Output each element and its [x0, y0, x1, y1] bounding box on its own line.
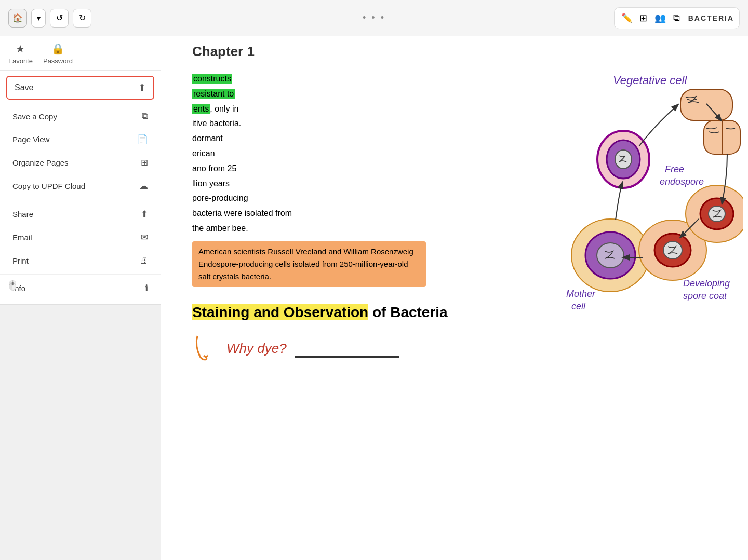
- page-view-label: Page View: [12, 135, 49, 144]
- para-itive: itive bacteria.: [192, 116, 416, 131]
- tab-password[interactable]: 🔒 Password: [43, 43, 73, 70]
- svg-text:spore coat: spore coat: [683, 291, 727, 301]
- top-toolbar: 🏠 ▾ ↺ ↻ • • • ✏️ ⊞ 👥 ⧉ BACTERIA: [0, 0, 748, 36]
- tab-favorite-label: Favorite: [8, 57, 33, 65]
- para-ano: ano from 25: [192, 161, 416, 176]
- cursor-icon: 🖱️: [7, 280, 18, 291]
- highlight-constructs: constructs: [192, 74, 232, 84]
- home-icon: 🏠: [12, 13, 23, 23]
- undo-icon: ↺: [56, 13, 63, 23]
- curly-arrow-icon: [192, 331, 218, 362]
- dropdown-panel: ★ Favorite 🔒 Password Save ⬆ Save a Copy…: [0, 36, 161, 305]
- para-erican: erican: [192, 146, 416, 161]
- redo-icon: ↻: [79, 13, 86, 23]
- three-dots-menu[interactable]: • • •: [363, 12, 385, 23]
- home-button[interactable]: 🏠: [8, 9, 27, 28]
- highlight-resistant: resistant to: [192, 89, 235, 99]
- menu-item-organize-pages[interactable]: Organize Pages ⊞: [0, 151, 161, 174]
- svg-point-10: [615, 150, 632, 169]
- sidebar-bottom-icon[interactable]: 🖱️: [4, 277, 21, 294]
- svg-point-19: [663, 241, 682, 259]
- svg-point-22: [709, 206, 725, 222]
- share-icon: ⬆: [141, 209, 148, 220]
- pages-toolbar-icon[interactable]: ⊞: [636, 11, 651, 25]
- dropdown-tabs: ★ Favorite 🔒 Password: [0, 36, 161, 71]
- share-label: Share: [12, 210, 33, 218]
- page-icon: 📄: [137, 134, 148, 145]
- copy-updf-label: Copy to UPDF Cloud: [12, 182, 85, 190]
- svg-text:Developing: Developing: [683, 278, 730, 289]
- svg-text:Free: Free: [665, 164, 684, 174]
- info-icon: ℹ: [145, 283, 148, 294]
- redo-button[interactable]: ↻: [73, 9, 91, 28]
- menu-item-info[interactable]: Info ℹ: [0, 277, 161, 300]
- tab-password-label: Password: [43, 57, 73, 65]
- lock-icon: 🔒: [51, 43, 64, 55]
- save-copy-label: Save a Copy: [12, 112, 57, 121]
- content-body: constructs resistant to ents, only in it…: [161, 63, 748, 370]
- undo-button[interactable]: ↺: [50, 9, 69, 28]
- save-icon: ⬆: [138, 82, 146, 93]
- para-bacteria-isolated: bacteria were isolated from: [192, 206, 416, 221]
- highlighted-text: American scientists Russell Vreeland and…: [198, 247, 413, 281]
- menu-item-email[interactable]: Email ✉: [0, 226, 161, 249]
- highlight-ents: ents: [192, 104, 210, 114]
- toolbar-left-buttons: 🏠 ▾ ↺ ↻: [8, 9, 91, 28]
- email-icon: ✉: [141, 232, 148, 243]
- svg-rect-11: [680, 89, 732, 120]
- email-label: Email: [12, 233, 32, 242]
- menu-item-share[interactable]: Share ⬆: [0, 202, 161, 226]
- para-constructs: constructs: [192, 72, 416, 87]
- para-dormant: dormant: [192, 131, 416, 146]
- svg-text:Mother: Mother: [566, 289, 596, 299]
- para-amber-bee: the amber bee.: [192, 221, 416, 236]
- menu-item-print[interactable]: Print 🖨: [0, 249, 161, 272]
- organize-pages-label: Organize Pages: [12, 158, 69, 167]
- star-icon: ★: [16, 43, 25, 55]
- copy-icon: ⧉: [142, 111, 148, 121]
- print-label: Print: [12, 256, 29, 265]
- text-block-left: constructs resistant to ents, only in it…: [192, 72, 416, 236]
- copy-toolbar-icon[interactable]: ⧉: [670, 11, 684, 25]
- save-label: Save: [15, 83, 33, 92]
- toolbar-right-group: ✏️ ⊞ 👥 ⧉ BACTERIA: [614, 7, 740, 29]
- underline-bar: [295, 356, 399, 358]
- tab-favorite[interactable]: ★ Favorite: [8, 43, 33, 70]
- para-ents: ents, only in: [192, 102, 416, 117]
- organize-icon: ⊞: [141, 157, 148, 168]
- svg-text:cell: cell: [571, 301, 586, 311]
- main-content: Chapter 1 constructs resistant to ents, …: [161, 36, 748, 560]
- svg-text:Vegetative cell: Vegetative cell: [613, 74, 687, 87]
- pencil-toolbar-icon[interactable]: ✏️: [620, 11, 634, 25]
- svg-text:endospore: endospore: [660, 176, 704, 187]
- para-llion: llion years: [192, 176, 416, 192]
- why-dye-row: Why dye?: [192, 331, 717, 362]
- menu-divider-1: [0, 200, 161, 200]
- para-pore: pore-producing: [192, 191, 416, 206]
- para-resistant: resistant to: [192, 87, 416, 102]
- save-button[interactable]: Save ⬆: [6, 76, 154, 100]
- bacteria-label: BACTERIA: [688, 14, 734, 22]
- menu-item-page-view[interactable]: Page View 📄: [0, 128, 161, 151]
- why-dye-text: Why dye?: [226, 336, 287, 361]
- chevron-down-button[interactable]: ▾: [31, 9, 46, 28]
- chevron-down-icon: ▾: [37, 14, 41, 22]
- print-icon: 🖨: [139, 255, 148, 266]
- bacteria-diagram: Vegetative cell Free endospore Spore coa…: [384, 58, 743, 328]
- menu-divider-2: [0, 274, 161, 275]
- cloud-icon: ☁: [139, 181, 148, 192]
- menu-item-save-copy[interactable]: Save a Copy ⧉: [0, 105, 161, 128]
- toolbar-right: ✏️ ⊞ 👥 ⧉ BACTERIA: [614, 7, 740, 29]
- menu-item-copy-updf[interactable]: Copy to UPDF Cloud ☁: [0, 174, 161, 198]
- three-dots-icon: • • •: [363, 12, 385, 23]
- staining-heading-highlight: Staining and Observation: [192, 304, 368, 320]
- people-toolbar-icon[interactable]: 👥: [653, 11, 667, 25]
